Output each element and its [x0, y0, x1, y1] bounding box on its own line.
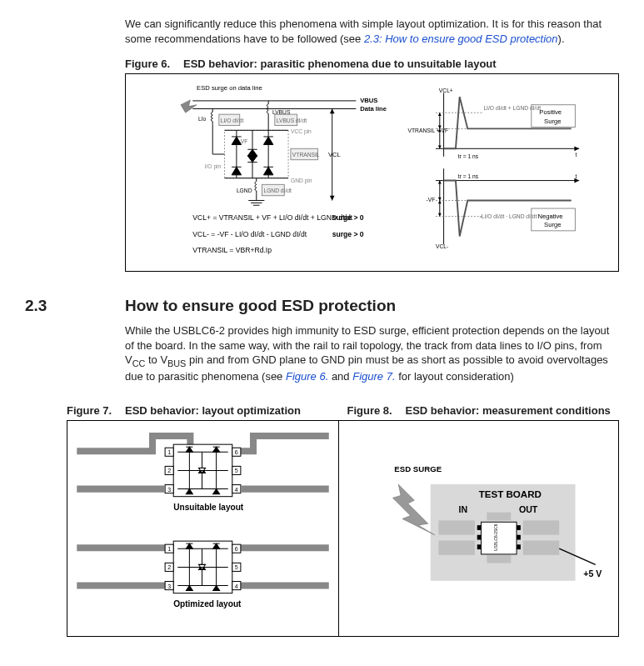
svg-text:t: t — [575, 173, 577, 179]
svg-text:surge > 0: surge > 0 — [332, 230, 364, 238]
intro-link[interactable]: 2.3: How to ensure good ESD protection — [364, 33, 558, 45]
svg-rect-135 — [487, 513, 511, 521]
figure6-diagram: ESD surge on data line VBUS Data line Lī… — [132, 81, 612, 264]
svg-text:2: 2 — [167, 468, 171, 473]
svg-text:TEST BOARD: TEST BOARD — [479, 489, 542, 499]
svg-text:1: 1 — [167, 546, 171, 552]
svg-text:VTRANSIL = VBR+Rd.Ip: VTRANSIL = VBR+Rd.Ip — [192, 246, 272, 254]
svg-text:OUT: OUT — [519, 504, 538, 514]
svg-text:LGND dI/dt: LGND dI/dt — [263, 188, 292, 193]
svg-text:VTRANSIL + VF: VTRANSIL + VF — [408, 128, 449, 133]
svg-text:Surge: Surge — [544, 118, 561, 125]
svg-text:4: 4 — [235, 487, 238, 493]
svg-text:t: t — [575, 152, 577, 158]
svg-rect-143 — [517, 544, 521, 549]
figure7-panel: 1 6 2 5 3 4 — [67, 421, 339, 636]
svg-text:-LI/O dI/dt · LGND dI/dt: -LI/O dI/dt · LGND dI/dt — [480, 213, 537, 219]
svg-text:Līo: Līo — [198, 116, 207, 122]
svg-text:VCL- = -VF - LI/O dI/dt - LGND: VCL- = -VF - LI/O dI/dt - LGND dI/dt — [192, 230, 307, 238]
svg-text:ESD SURGE: ESD SURGE — [394, 464, 442, 473]
surge-arrow-icon — [181, 100, 197, 113]
svg-rect-132 — [438, 540, 474, 554]
svg-rect-139 — [477, 535, 482, 540]
svg-text:GND pin: GND pin — [291, 178, 312, 185]
svg-text:I/O pin: I/O pin — [205, 163, 222, 170]
svg-text:Data line: Data line — [360, 105, 387, 113]
section-number: 2.3 — [25, 297, 125, 315]
svg-text:tr = 1 ns: tr = 1 ns — [458, 153, 479, 159]
svg-rect-142 — [517, 535, 521, 540]
svg-rect-133 — [523, 520, 559, 534]
svg-text:LI/O dI/dt: LI/O dI/dt — [221, 118, 244, 123]
svg-text:4: 4 — [235, 583, 238, 589]
svg-rect-134 — [523, 540, 559, 554]
svg-text:VTRANSIL: VTRANSIL — [292, 152, 320, 158]
svg-text:2: 2 — [167, 564, 171, 570]
svg-text:LVBUS dI/dt: LVBUS dI/dt — [277, 118, 307, 123]
positive-surge-label: Positive — [539, 108, 562, 116]
svg-text:IN: IN — [459, 504, 468, 514]
figure8-panel: ESD SURGE TEST BOARD IN OUT USBLC6-2SC6 — [347, 421, 618, 636]
figure6-link[interactable]: Figure 6. — [286, 370, 328, 383]
svg-text:1: 1 — [167, 449, 171, 455]
figure7-diagram: 1 6 2 5 3 4 — [74, 428, 332, 629]
svg-text:VBUS: VBUS — [360, 97, 377, 104]
figure6-number: Figure 6. — [125, 58, 183, 70]
svg-text:Unsuitable layout: Unsuitable layout — [173, 503, 244, 512]
section-2-3-heading: 2.3How to ensure good ESD protection — [25, 297, 619, 315]
svg-text:6: 6 — [235, 546, 238, 552]
svg-text:+5 V: +5 V — [583, 568, 602, 578]
figure7-8-box: 1 6 2 5 3 4 — [67, 420, 619, 637]
svg-text:tr = 1 ns: tr = 1 ns — [458, 173, 479, 179]
svg-text:VCC pin: VCC pin — [291, 128, 312, 135]
figure8-diagram: ESD SURGE TEST BOARD IN OUT USBLC6-2SC6 — [354, 428, 612, 629]
svg-rect-138 — [477, 525, 482, 530]
svg-rect-136 — [487, 555, 511, 563]
intro-text-b: ). — [558, 33, 565, 45]
svg-text:VCL-: VCL- — [436, 243, 448, 249]
figure6-caption: Figure 6.ESD behavior: parasitic phenome… — [125, 58, 619, 70]
svg-text:VF: VF — [241, 138, 248, 144]
intro-paragraph: We can significantly reduce this phenome… — [125, 17, 619, 46]
svg-rect-137 — [482, 522, 517, 554]
svg-text:5: 5 — [235, 468, 238, 473]
svg-text:Optimized layout: Optimized layout — [173, 599, 242, 608]
svg-text:USBLC6-2SC6: USBLC6-2SC6 — [494, 523, 498, 551]
svg-rect-140 — [477, 544, 482, 549]
section-title: How to ensure good ESD protection — [125, 297, 396, 314]
svg-text:5: 5 — [235, 564, 238, 570]
svg-text:3: 3 — [167, 583, 171, 589]
svg-text:VCL: VCL — [328, 151, 341, 158]
svg-text:VCL+: VCL+ — [439, 88, 453, 93]
figure6-box: ESD surge on data line VBUS Data line Lī… — [125, 73, 619, 272]
svg-rect-131 — [438, 520, 474, 534]
svg-text:VCL+ = VTRANSIL + VF + LI/O dI: VCL+ = VTRANSIL + VF + LI/O dI/dt + LGND… — [192, 213, 353, 222]
svg-text:LGND: LGND — [237, 188, 252, 193]
svg-text:Surge: Surge — [544, 221, 561, 228]
figure7-link[interactable]: Figure 7. — [352, 370, 395, 383]
svg-rect-141 — [517, 525, 521, 530]
svg-text:6: 6 — [235, 449, 238, 455]
figure7-caption: Figure 7.ESD behavior: layout optimizati… — [67, 404, 339, 417]
svg-text:surge > 0: surge > 0 — [332, 213, 364, 222]
lightning-icon — [392, 484, 434, 535]
figure8-caption: Figure 8.ESD behavior: measurement condi… — [347, 404, 620, 417]
figure6-title: ESD behavior: parasitic phenomena due to… — [183, 58, 497, 70]
svg-text:LI/O dI/dt + LGND dI/dt: LI/O dI/dt + LGND dI/dt — [483, 105, 541, 111]
negative-surge-label: Negative — [537, 213, 562, 220]
esd-surge-label: ESD surge on data line — [197, 85, 262, 93]
svg-text:-VF: -VF — [427, 197, 436, 203]
svg-text:3: 3 — [167, 487, 171, 493]
section-2-3-paragraph: While the USBLC6-2 provides high immunit… — [125, 323, 619, 384]
